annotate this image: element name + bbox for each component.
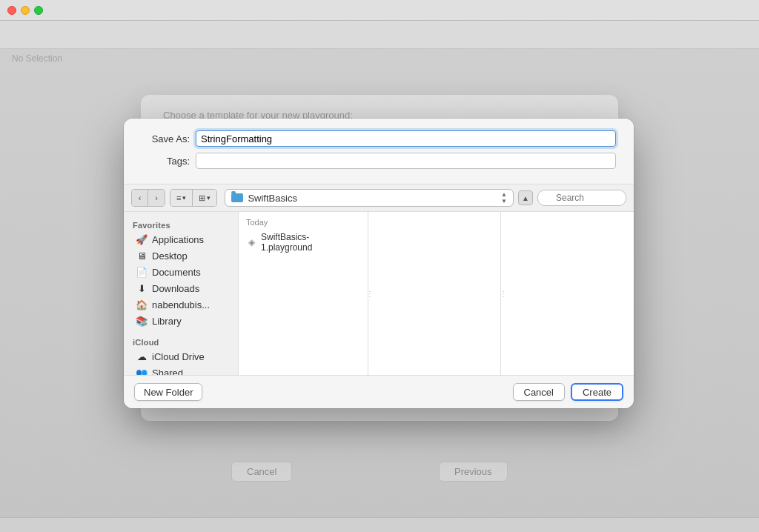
- tags-label: Tags:: [142, 156, 190, 167]
- sidebar-item-icloud-drive-label: iCloud Drive: [152, 351, 205, 362]
- create-button[interactable]: Create: [571, 383, 623, 401]
- date-group-today: Today: [239, 216, 368, 230]
- column-resizer-1[interactable]: [368, 212, 372, 375]
- file-item-swiftbasics[interactable]: ◈ SwiftBasics-1.playground: [239, 230, 368, 255]
- close-button[interactable]: [7, 6, 16, 15]
- file-column-2: [372, 212, 502, 375]
- downloads-icon: ⬇: [136, 282, 148, 294]
- dialog-body: Favorites 🚀 Applications 🖥 Desktop 📄 Doc…: [124, 212, 634, 375]
- sidebar-item-icloud-drive[interactable]: ☁ iCloud Drive: [127, 348, 235, 365]
- titlebar: [0, 0, 759, 21]
- file-column-1: Today ◈ SwiftBasics-1.playground: [239, 212, 368, 375]
- folder-selector[interactable]: SwiftBasics ▲ ▼: [225, 189, 514, 207]
- file-column-3: [505, 212, 634, 375]
- no-selection-label: No Selection: [12, 53, 62, 64]
- home-icon: 🏠: [136, 299, 148, 310]
- grid-view-chevron: ▾: [207, 194, 211, 202]
- sidebar-item-home-label: nabendubis...: [152, 299, 210, 310]
- bg-previous-button: Previous: [439, 462, 508, 482]
- dock-bar: [0, 517, 759, 532]
- sidebar-item-shared[interactable]: 👥 Shared: [127, 365, 235, 375]
- sidebar-item-documents[interactable]: 📄 Documents: [127, 264, 235, 280]
- window-controls: [7, 6, 43, 15]
- sidebar-item-applications-label: Applications: [152, 234, 204, 245]
- new-folder-button[interactable]: New Folder: [134, 383, 202, 401]
- sidebar-item-downloads-label: Downloads: [152, 283, 199, 294]
- stepper-up-icon: ▲: [501, 192, 507, 198]
- sidebar-favorites-title: Favorites: [124, 218, 238, 231]
- sidebar-item-library[interactable]: 📚 Library: [127, 313, 235, 329]
- library-icon: 📚: [136, 315, 148, 327]
- forward-button[interactable]: ›: [148, 190, 165, 206]
- grid-view-button[interactable]: ⊞ ▾: [193, 190, 216, 206]
- stepper-down-icon: ▼: [501, 199, 507, 205]
- sidebar-item-desktop-label: Desktop: [152, 250, 188, 262]
- view-button-group: ≡ ▾ ⊞ ▾: [170, 189, 217, 207]
- grid-view-icon: ⊞: [199, 193, 205, 203]
- shared-icon: 👥: [136, 367, 148, 375]
- expand-button[interactable]: ▲: [518, 190, 533, 205]
- list-view-icon: ≡: [176, 193, 181, 202]
- tags-row: Tags:: [142, 153, 616, 169]
- bg-cancel-button: Cancel: [231, 462, 292, 482]
- folder-stepper[interactable]: ▲ ▼: [501, 192, 507, 205]
- list-view-chevron: ▾: [182, 194, 186, 202]
- icloud-drive-icon: ☁: [136, 350, 148, 362]
- footer-right-buttons: Cancel Create: [513, 383, 624, 401]
- sidebar: Favorites 🚀 Applications 🖥 Desktop 📄 Doc…: [124, 212, 239, 375]
- search-wrapper: 🔍: [537, 190, 626, 206]
- save-as-row: Save As:: [142, 130, 616, 147]
- file-item-name: SwiftBasics-1.playground: [261, 232, 360, 253]
- folder-icon: [231, 193, 243, 202]
- dialog-footer: New Folder Cancel Create: [124, 375, 634, 408]
- sidebar-item-applications[interactable]: 🚀 Applications: [127, 231, 235, 247]
- save-dialog: Save As: Tags: ‹ › ≡ ▾ ⊞ ▾: [124, 119, 634, 408]
- desktop-icon: 🖥: [136, 250, 148, 262]
- documents-icon: 📄: [136, 266, 148, 278]
- playground-icon: ◈: [246, 237, 256, 247]
- save-as-input[interactable]: [196, 130, 616, 147]
- folder-selector-inner: SwiftBasics: [231, 193, 296, 204]
- applications-icon: 🚀: [136, 233, 148, 245]
- maximize-button[interactable]: [34, 6, 43, 15]
- sidebar-item-home[interactable]: 🏠 nabendubis...: [127, 296, 235, 313]
- sidebar-item-desktop[interactable]: 🖥 Desktop: [127, 247, 235, 264]
- folder-name: SwiftBasics: [248, 193, 296, 204]
- sidebar-item-shared-label: Shared: [152, 368, 183, 376]
- list-view-button[interactable]: ≡ ▾: [170, 190, 193, 206]
- file-browser: Today ◈ SwiftBasics-1.playground: [239, 212, 634, 375]
- back-button[interactable]: ‹: [132, 190, 148, 206]
- tags-input[interactable]: [196, 153, 616, 169]
- sidebar-icloud-title: iCloud: [124, 335, 238, 348]
- column-resizer-2[interactable]: [501, 212, 505, 375]
- sidebar-item-library-label: Library: [152, 316, 182, 327]
- cancel-button[interactable]: Cancel: [513, 383, 565, 401]
- dialog-toolbar: ‹ › ≡ ▾ ⊞ ▾ SwiftBasics ▲ ▼: [124, 184, 634, 212]
- nav-button-group: ‹ ›: [131, 189, 165, 207]
- sidebar-item-documents-label: Documents: [152, 267, 201, 278]
- search-input[interactable]: [537, 190, 626, 206]
- app-toolbar: [0, 21, 759, 49]
- sidebar-item-downloads[interactable]: ⬇ Downloads: [127, 280, 235, 296]
- minimize-button[interactable]: [21, 6, 30, 15]
- save-as-label: Save As:: [142, 133, 190, 144]
- dialog-header: Save As: Tags:: [124, 119, 634, 184]
